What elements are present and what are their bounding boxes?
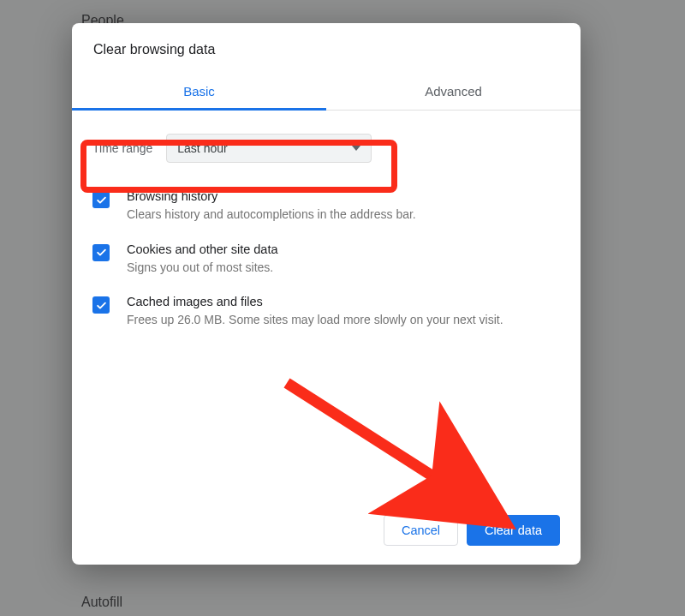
- option-desc: Signs you out of most sites.: [127, 260, 278, 277]
- option-desc: Frees up 26.0 MB. Some sites may load mo…: [127, 312, 503, 329]
- time-range-value: Last hour: [177, 141, 227, 155]
- time-range-row: Time range Last hour: [85, 126, 568, 170]
- checkmark-icon: [95, 194, 108, 206]
- tab-advanced-label: Advanced: [425, 84, 482, 99]
- checkbox-cookies[interactable]: [92, 244, 110, 261]
- option-browsing-history: Browsing history Clears history and auto…: [92, 189, 560, 224]
- option-desc: Clears history and autocompletions in th…: [127, 206, 416, 224]
- clear-browsing-data-dialog: Clear browsing data Basic Advanced Time …: [72, 23, 581, 565]
- dialog-button-row: Cancel Clear data: [72, 515, 581, 565]
- checkbox-cached[interactable]: [92, 296, 110, 314]
- option-cookies: Cookies and other site data Signs you ou…: [92, 242, 560, 277]
- tab-basic[interactable]: Basic: [72, 73, 326, 110]
- checkmark-icon: [95, 299, 108, 312]
- option-title: Cookies and other site data: [127, 242, 278, 256]
- chevron-down-icon: [352, 146, 360, 151]
- options-list: Browsing history Clears history and auto…: [72, 181, 581, 329]
- time-range-select[interactable]: Last hour: [166, 134, 372, 163]
- option-cached: Cached images and files Frees up 26.0 MB…: [92, 295, 560, 329]
- tab-advanced[interactable]: Advanced: [326, 73, 581, 110]
- option-texts: Browsing history Clears history and auto…: [127, 189, 416, 224]
- dialog-tabs: Basic Advanced: [72, 73, 581, 111]
- option-texts: Cookies and other site data Signs you ou…: [127, 242, 278, 277]
- tab-basic-label: Basic: [183, 84, 215, 99]
- time-range-label: Time range: [92, 141, 152, 155]
- option-texts: Cached images and files Frees up 26.0 MB…: [127, 295, 503, 329]
- option-title: Cached images and files: [127, 295, 503, 308]
- cancel-button[interactable]: Cancel: [384, 515, 458, 546]
- checkbox-browsing-history[interactable]: [92, 191, 110, 208]
- checkmark-icon: [95, 246, 108, 259]
- clear-data-button[interactable]: Clear data: [467, 515, 560, 546]
- option-title: Browsing history: [127, 189, 416, 203]
- dialog-title: Clear browsing data: [72, 23, 581, 73]
